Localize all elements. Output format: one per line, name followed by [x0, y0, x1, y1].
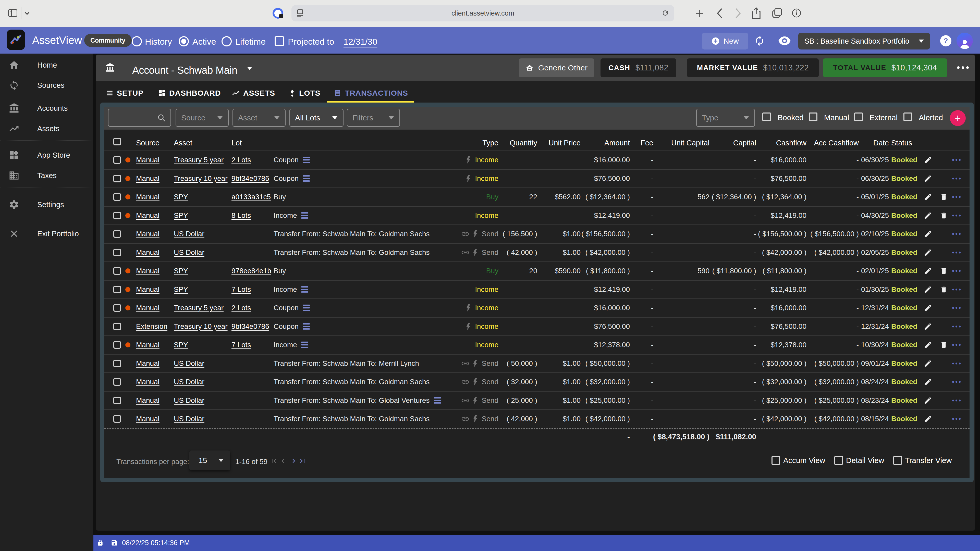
- row-checkbox[interactable]: [113, 267, 121, 275]
- row-lot-link[interactable]: 9bf34e0786: [231, 322, 269, 330]
- row-checkbox[interactable]: [113, 304, 121, 312]
- account-title[interactable]: Account - Schwab Main: [132, 65, 237, 76]
- row-checkbox[interactable]: [113, 286, 121, 293]
- row-source-link[interactable]: Manual: [136, 378, 159, 386]
- sidebar-item-accounts[interactable]: Accounts: [0, 98, 93, 118]
- help-button[interactable]: ?: [940, 35, 951, 46]
- sidebar-item-settings[interactable]: Settings: [0, 194, 93, 215]
- row-source-link[interactable]: Manual: [136, 304, 159, 312]
- add-transaction-button[interactable]: +: [950, 110, 966, 126]
- row-more-button[interactable]: [952, 418, 961, 420]
- row-source-link[interactable]: Manual: [136, 175, 159, 183]
- row-more-button[interactable]: [952, 214, 961, 216]
- edit-icon[interactable]: [924, 211, 932, 220]
- edit-icon[interactable]: [924, 174, 932, 183]
- row-source-link[interactable]: Manual: [136, 230, 159, 238]
- row-asset-link[interactable]: US Dollar: [174, 248, 204, 257]
- new-tab-icon[interactable]: [696, 9, 704, 17]
- tab-overview-icon[interactable]: [772, 8, 782, 18]
- account-type-button[interactable]: Generic Other: [519, 59, 594, 77]
- row-source-link[interactable]: Manual: [136, 396, 159, 405]
- row-asset-link[interactable]: US Dollar: [174, 396, 204, 405]
- forward-icon[interactable]: [735, 8, 741, 18]
- next-page-button[interactable]: [290, 457, 298, 465]
- row-more-button[interactable]: [952, 362, 961, 364]
- row-source-link[interactable]: Manual: [136, 415, 159, 423]
- edit-icon[interactable]: [924, 322, 932, 331]
- edit-icon[interactable]: [924, 248, 932, 257]
- row-asset-link[interactable]: Treasury 5 year: [174, 156, 224, 164]
- sidebar-toggle-icon[interactable]: [8, 9, 18, 17]
- row-checkbox[interactable]: [113, 193, 121, 201]
- row-more-button[interactable]: [952, 400, 961, 401]
- row-source-link[interactable]: Extension: [136, 322, 167, 330]
- sidebar-item-exit-portfolio[interactable]: Exit Portfolio: [0, 224, 93, 244]
- row-lot-link[interactable]: 978ee84e1b: [231, 267, 271, 275]
- row-lot-link[interactable]: 8 Lots: [231, 211, 251, 220]
- note-icon[interactable]: [301, 286, 308, 293]
- edit-icon[interactable]: [924, 396, 932, 405]
- back-icon[interactable]: [717, 8, 723, 18]
- row-asset-link[interactable]: SPY: [174, 211, 188, 220]
- row-checkbox[interactable]: [113, 175, 121, 183]
- info-icon[interactable]: [792, 8, 801, 18]
- row-checkbox[interactable]: [113, 323, 121, 330]
- delete-icon[interactable]: [940, 341, 948, 349]
- row-source-link[interactable]: Manual: [136, 156, 159, 164]
- row-more-button[interactable]: [952, 344, 961, 346]
- row-asset-link[interactable]: Treasury 10 year: [174, 322, 228, 330]
- row-source-link[interactable]: Manual: [136, 286, 159, 294]
- radio-active-label[interactable]: Active: [192, 37, 216, 47]
- row-checkbox[interactable]: [113, 415, 121, 423]
- filters-dropdown[interactable]: Filters: [347, 109, 400, 127]
- note-icon[interactable]: [303, 323, 310, 330]
- row-more-button[interactable]: [952, 307, 961, 309]
- external-checkbox[interactable]: [854, 113, 863, 121]
- edit-icon[interactable]: [924, 378, 932, 386]
- eye-icon[interactable]: [778, 36, 791, 45]
- search-input[interactable]: [108, 109, 171, 127]
- reader-icon[interactable]: [296, 9, 304, 17]
- row-checkbox[interactable]: [113, 360, 121, 367]
- row-source-link[interactable]: Manual: [136, 248, 159, 257]
- tab-transactions[interactable]: TRANSACTIONS: [334, 86, 408, 101]
- edit-icon[interactable]: [924, 285, 932, 294]
- url-bar[interactable]: client.assetview.com: [291, 5, 674, 21]
- row-asset-link[interactable]: US Dollar: [174, 359, 204, 368]
- row-asset-link[interactable]: US Dollar: [174, 230, 204, 238]
- row-source-link[interactable]: Manual: [136, 359, 159, 368]
- row-asset-link[interactable]: SPY: [174, 341, 188, 349]
- tab-lots[interactable]: LOTS: [288, 86, 320, 101]
- row-source-link[interactable]: Manual: [136, 193, 159, 201]
- row-asset-link[interactable]: Treasury 5 year: [174, 304, 224, 312]
- note-icon[interactable]: [301, 212, 308, 219]
- last-page-button[interactable]: [298, 457, 307, 465]
- delete-icon[interactable]: [940, 193, 948, 201]
- note-icon[interactable]: [303, 305, 310, 311]
- row-asset-link[interactable]: Treasury 10 year: [174, 175, 228, 183]
- row-checkbox[interactable]: [113, 212, 121, 219]
- per-page-select[interactable]: 15: [189, 451, 230, 470]
- note-icon[interactable]: [303, 157, 310, 163]
- note-icon[interactable]: [301, 341, 308, 348]
- projected-checkbox[interactable]: [275, 36, 284, 46]
- row-asset-link[interactable]: US Dollar: [174, 378, 204, 386]
- toolbar-chevron-down-icon[interactable]: [24, 12, 30, 15]
- edit-icon[interactable]: [924, 230, 932, 238]
- delete-icon[interactable]: [940, 286, 948, 294]
- edit-icon[interactable]: [924, 267, 932, 275]
- row-more-button[interactable]: [952, 270, 961, 272]
- row-more-button[interactable]: [952, 251, 961, 253]
- avatar[interactable]: [956, 33, 973, 49]
- sidebar-item-home[interactable]: Home: [0, 55, 93, 75]
- edit-icon[interactable]: [924, 303, 932, 312]
- row-more-button[interactable]: [952, 289, 961, 290]
- type-filter[interactable]: Type: [696, 109, 755, 127]
- row-source-link[interactable]: Manual: [136, 211, 159, 220]
- note-icon[interactable]: [434, 397, 441, 404]
- manual-checkbox[interactable]: [809, 113, 818, 121]
- account-more-button[interactable]: [957, 66, 969, 69]
- row-checkbox[interactable]: [113, 397, 121, 404]
- row-checkbox[interactable]: [113, 156, 121, 164]
- sidebar-item-app-store[interactable]: App Store: [0, 145, 93, 165]
